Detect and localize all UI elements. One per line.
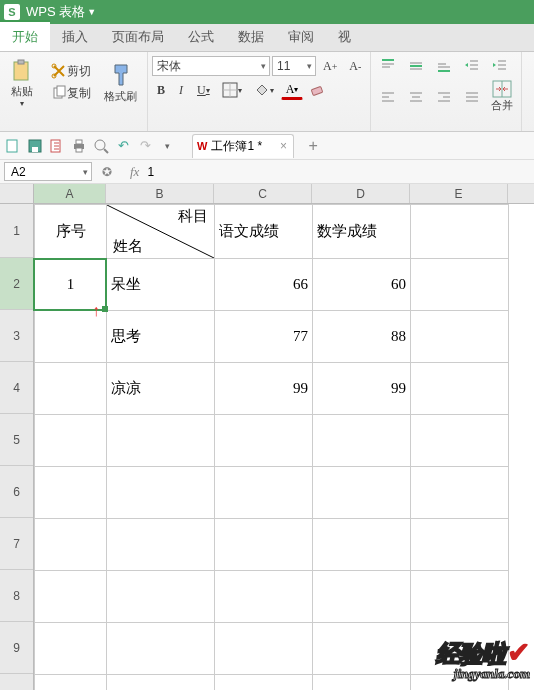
align-center-button[interactable] — [403, 87, 429, 107]
cell-e6[interactable] — [411, 467, 509, 519]
cell-b3[interactable]: 思考 — [107, 311, 215, 363]
row-header-1[interactable]: 1 — [0, 204, 33, 258]
cell-a2[interactable]: 1 — [35, 259, 107, 311]
cell-c9[interactable] — [215, 623, 313, 675]
new-tab-button[interactable]: + — [304, 137, 322, 155]
cell-d2[interactable]: 60 — [313, 259, 411, 311]
cell-a8[interactable] — [35, 571, 107, 623]
redo-button[interactable]: ↷ — [136, 137, 154, 155]
merge-cells-button[interactable]: 合并 — [487, 80, 517, 113]
cell-c1[interactable]: 语文成绩 — [215, 205, 313, 259]
cell-d7[interactable] — [313, 519, 411, 571]
align-middle-button[interactable] — [403, 56, 429, 76]
cell-d10[interactable] — [313, 675, 411, 691]
cell-c8[interactable] — [215, 571, 313, 623]
name-box[interactable]: A2 — [4, 162, 92, 181]
cell-b6[interactable] — [107, 467, 215, 519]
cell-b5[interactable] — [107, 415, 215, 467]
cell-a7[interactable] — [35, 519, 107, 571]
cell-b7[interactable] — [107, 519, 215, 571]
cell-d1[interactable]: 数学成绩 — [313, 205, 411, 259]
cell-c10[interactable] — [215, 675, 313, 691]
cell-d5[interactable] — [313, 415, 411, 467]
cell-c5[interactable] — [215, 415, 313, 467]
justify-button[interactable] — [459, 87, 485, 107]
italic-button[interactable]: I — [172, 80, 190, 100]
cell-d6[interactable] — [313, 467, 411, 519]
cell-d3[interactable]: 88 — [313, 311, 411, 363]
font-color-button[interactable]: A▾ — [281, 80, 304, 100]
cell-e2[interactable] — [411, 259, 509, 311]
print-preview-button[interactable] — [92, 137, 110, 155]
col-header-d[interactable]: D — [312, 184, 410, 203]
cell-e8[interactable] — [411, 571, 509, 623]
align-bottom-button[interactable] — [431, 56, 457, 76]
format-painter-button[interactable]: 格式刷 — [98, 61, 143, 104]
cells-area[interactable]: 序号 科目 姓名 语文成绩 数学成绩 1 呆坐 66 60 — [34, 204, 509, 690]
increase-font-button[interactable]: A+ — [318, 56, 342, 76]
font-size-select[interactable]: 11 — [272, 56, 316, 76]
copy-button[interactable]: 复制 — [46, 83, 96, 103]
font-select[interactable]: 宋体 — [152, 56, 270, 76]
cell-b1[interactable]: 科目 姓名 — [107, 205, 215, 259]
cell-e5[interactable] — [411, 415, 509, 467]
col-header-b[interactable]: B — [106, 184, 214, 203]
undo-button[interactable]: ↶ — [114, 137, 132, 155]
cell-c4[interactable]: 99 — [215, 363, 313, 415]
cell-a1[interactable]: 序号 — [35, 205, 107, 259]
cell-c2[interactable]: 66 — [215, 259, 313, 311]
cell-a9[interactable] — [35, 623, 107, 675]
tab-layout[interactable]: 页面布局 — [100, 22, 176, 51]
formula-input[interactable]: 1 — [147, 165, 154, 179]
col-header-e[interactable]: E — [410, 184, 508, 203]
cut-button[interactable]: 剪切 — [46, 61, 96, 81]
cell-e4[interactable] — [411, 363, 509, 415]
qat-more-button[interactable]: ▾ — [158, 137, 176, 155]
cell-c6[interactable] — [215, 467, 313, 519]
fx-help-button[interactable]: ✪ — [102, 165, 112, 179]
tab-review[interactable]: 审阅 — [276, 22, 326, 51]
fill-color-button[interactable]: ▾ — [249, 80, 279, 100]
cell-a6[interactable] — [35, 467, 107, 519]
row-header-3[interactable]: 3 — [0, 310, 33, 362]
align-right-button[interactable] — [431, 87, 457, 107]
col-header-a[interactable]: A — [34, 184, 106, 203]
cell-e3[interactable] — [411, 311, 509, 363]
row-header-4[interactable]: 4 — [0, 362, 33, 414]
row-header-9[interactable]: 9 — [0, 622, 33, 674]
export-button[interactable] — [48, 137, 66, 155]
clear-format-button[interactable] — [305, 80, 331, 100]
bold-button[interactable]: B — [152, 80, 170, 100]
cell-a4[interactable] — [35, 363, 107, 415]
print-button[interactable] — [70, 137, 88, 155]
save-button[interactable] — [26, 137, 44, 155]
col-header-c[interactable]: C — [214, 184, 312, 203]
paste-button[interactable]: 粘贴▾ — [4, 56, 40, 108]
cell-a3[interactable] — [35, 311, 107, 363]
cell-d8[interactable] — [313, 571, 411, 623]
align-top-button[interactable] — [375, 56, 401, 76]
select-all-corner[interactable] — [0, 184, 34, 203]
cell-c3[interactable]: 77 — [215, 311, 313, 363]
app-menu-dropdown-icon[interactable]: ▼ — [87, 7, 96, 17]
cell-a5[interactable] — [35, 415, 107, 467]
cell-d9[interactable] — [313, 623, 411, 675]
increase-indent-button[interactable] — [487, 56, 513, 76]
cell-c7[interactable] — [215, 519, 313, 571]
row-header-7[interactable]: 7 — [0, 518, 33, 570]
tab-start[interactable]: 开始 — [0, 20, 50, 51]
cell-e1[interactable] — [411, 205, 509, 259]
tab-formula[interactable]: 公式 — [176, 22, 226, 51]
row-header-6[interactable]: 6 — [0, 466, 33, 518]
cell-b4[interactable]: 凉凉 — [107, 363, 215, 415]
new-doc-button[interactable] — [4, 137, 22, 155]
tab-insert[interactable]: 插入 — [50, 22, 100, 51]
cell-a10[interactable] — [35, 675, 107, 691]
close-tab-button[interactable]: × — [280, 139, 287, 153]
document-tab[interactable]: W 工作簿1 * × — [192, 134, 294, 158]
align-left-button[interactable] — [375, 87, 401, 107]
decrease-indent-button[interactable] — [459, 56, 485, 76]
row-header-8[interactable]: 8 — [0, 570, 33, 622]
cell-d4[interactable]: 99 — [313, 363, 411, 415]
cell-b10[interactable] — [107, 675, 215, 691]
